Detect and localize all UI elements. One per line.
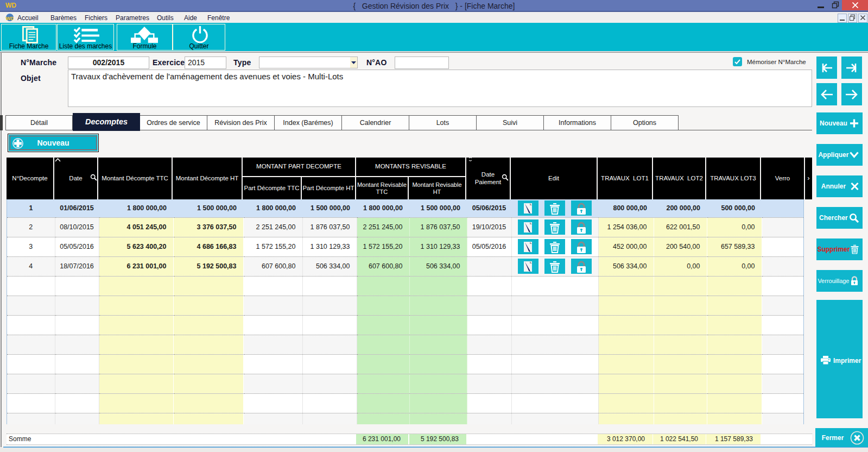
svg-text:WD: WD: [6, 16, 14, 21]
